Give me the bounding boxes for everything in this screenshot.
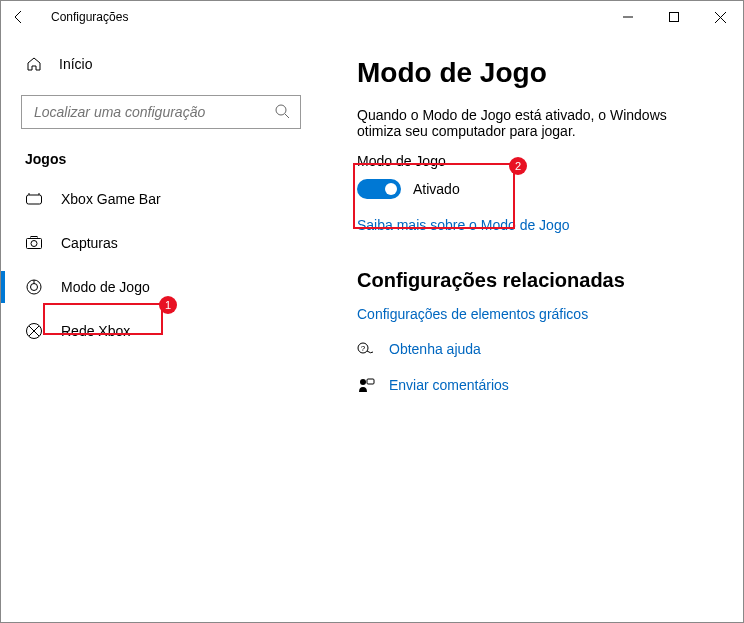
home-icon — [25, 55, 43, 73]
gamebar-icon — [25, 190, 43, 208]
home-nav[interactable]: Início — [21, 47, 301, 81]
nav-item-captures[interactable]: Capturas — [21, 221, 301, 265]
toggle-label: Modo de Jogo — [357, 153, 713, 169]
settings-window: Configurações Início — [0, 0, 744, 623]
section-label: Jogos — [21, 151, 301, 167]
related-heading: Configurações relacionadas — [357, 269, 713, 292]
svg-line-5 — [285, 114, 289, 118]
maximize-button[interactable] — [651, 1, 697, 33]
nav-item-xbox-network[interactable]: Rede Xbox — [21, 309, 301, 353]
gamemode-icon — [25, 278, 43, 296]
titlebar: Configurações — [1, 1, 743, 33]
nav-label: Modo de Jogo — [61, 279, 150, 295]
feedback-link[interactable]: Enviar comentários — [389, 377, 509, 393]
svg-rect-1 — [670, 13, 679, 22]
svg-point-18 — [360, 379, 366, 385]
nav-label: Rede Xbox — [61, 323, 130, 339]
svg-rect-19 — [367, 379, 374, 384]
page-title: Modo de Jogo — [357, 57, 713, 89]
toggle-knob — [385, 183, 397, 195]
svg-rect-10 — [31, 237, 37, 239]
svg-rect-6 — [27, 195, 42, 204]
related-link[interactable]: Configurações de elementos gráficos — [357, 306, 713, 322]
nav-label: Xbox Game Bar — [61, 191, 161, 207]
svg-point-4 — [276, 105, 286, 115]
search-input[interactable] — [32, 103, 274, 121]
game-mode-toggle-block: Modo de Jogo Ativado — [357, 153, 713, 199]
help-link[interactable]: Obtenha ajuda — [389, 341, 481, 357]
content-pane: Modo de Jogo Quando o Modo de Jogo está … — [321, 33, 743, 622]
help-icon: ? — [357, 340, 375, 358]
xbox-icon — [25, 322, 43, 340]
learn-more-link[interactable]: Saiba mais sobre o Modo de Jogo — [357, 217, 713, 233]
description: Quando o Modo de Jogo está ativado, o Wi… — [357, 107, 713, 139]
toggle-state: Ativado — [413, 181, 460, 197]
sidebar: Início Jogos Xbox Game Bar — [1, 33, 321, 622]
search-box[interactable] — [21, 95, 301, 129]
svg-point-13 — [31, 284, 38, 291]
close-button[interactable] — [697, 1, 743, 33]
nav-label: Capturas — [61, 235, 118, 251]
get-help-row[interactable]: ? Obtenha ajuda — [357, 340, 713, 358]
feedback-icon — [357, 376, 375, 394]
back-button[interactable] — [9, 7, 29, 27]
captures-icon — [25, 234, 43, 252]
feedback-row[interactable]: Enviar comentários — [357, 376, 713, 394]
minimize-button[interactable] — [605, 1, 651, 33]
svg-point-11 — [31, 241, 37, 247]
svg-text:?: ? — [361, 344, 366, 353]
nav-item-xbox-game-bar[interactable]: Xbox Game Bar — [21, 177, 301, 221]
window-title: Configurações — [51, 10, 128, 24]
home-label: Início — [59, 56, 92, 72]
nav-item-game-mode[interactable]: Modo de Jogo — [21, 265, 301, 309]
game-mode-toggle[interactable] — [357, 179, 401, 199]
search-icon — [274, 103, 290, 122]
nav-list: Xbox Game Bar Capturas Modo de Jogo — [21, 177, 301, 353]
